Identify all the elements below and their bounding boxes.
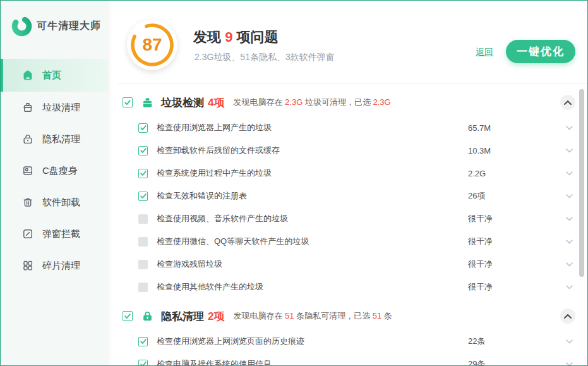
- issue-row[interactable]: 检查卸载软件后残留的文件或缓存 10.3M: [117, 139, 587, 162]
- expand-chevron-down-icon[interactable]: [566, 339, 573, 344]
- issue-row[interactable]: 检查无效和错误的注册表 26项: [117, 185, 587, 207]
- section-header[interactable]: 垃圾检测 4项 发现电脑存在 2.3G 垃圾可清理，已选 2.3G: [117, 88, 587, 116]
- score-ring: [127, 20, 177, 70]
- issue-value: 很干净: [468, 259, 493, 270]
- back-link[interactable]: 返回: [476, 47, 493, 58]
- expand-chevron-down-icon[interactable]: [566, 171, 573, 176]
- sidebar-item-1[interactable]: 垃圾清理: [1, 92, 108, 123]
- sidebar-item-5[interactable]: 弹窗拦截: [1, 218, 108, 250]
- issue-row[interactable]: 检查使用浏览器上网产生的垃圾 65.7M: [117, 116, 587, 139]
- issue-value: 很干净: [468, 213, 493, 224]
- expand-chevron-down-icon[interactable]: [566, 240, 573, 244]
- section-count-badge: 4项: [208, 95, 224, 110]
- issue-row[interactable]: 检查使用浏览器上网浏览页面的历史痕迹 22条: [117, 330, 587, 353]
- section-rows: 检查使用浏览器上网浏览页面的历史痕迹 22条 检查电脑及操作系统的使用信息 29…: [117, 330, 587, 365]
- sidebar-item-label: 首页: [42, 70, 61, 82]
- issue-section: 垃圾检测 4项 发现电脑存在 2.3G 垃圾可清理，已选 2.3G 检查使用浏览…: [117, 88, 587, 298]
- logo-swoosh-icon: [11, 16, 32, 37]
- sidebar-item-0[interactable]: 首页: [1, 59, 108, 92]
- issue-label: 检查游戏残留垃圾: [157, 259, 222, 270]
- expand-chevron-down-icon[interactable]: [566, 194, 573, 198]
- sidebar-item-label: 软件卸载: [42, 197, 80, 209]
- issues-list: 垃圾检测 4项 发现电脑存在 2.3G 垃圾可清理，已选 2.3G 检查使用浏览…: [117, 83, 587, 365]
- one-click-optimize-button[interactable]: 一键优化: [506, 40, 575, 63]
- section-title: 隐私清理: [161, 309, 204, 324]
- expand-chevron-down-icon[interactable]: [566, 126, 573, 130]
- issue-label: 检查系统使用过程中产生的垃圾: [157, 168, 272, 179]
- section-title: 垃圾检测: [161, 95, 204, 110]
- app-title: 可牛清理大师: [37, 20, 101, 33]
- section-header[interactable]: 隐私清理 2项 发现电脑存在 51 条隐私可清理，已选 51 条: [117, 302, 587, 330]
- fragments-icon: [21, 259, 34, 272]
- issue-value: 2.2G: [468, 169, 486, 178]
- issue-section: 隐私清理 2项 发现电脑存在 51 条隐私可清理，已选 51 条 检查使用浏览器…: [117, 302, 587, 365]
- row-checkbox[interactable]: [138, 214, 148, 224]
- section-checkbox[interactable]: [123, 97, 133, 107]
- row-checkbox[interactable]: [138, 360, 148, 366]
- issue-row[interactable]: 检查系统使用过程中产生的垃圾 2.2G: [117, 162, 587, 185]
- issue-label: 检查电脑及操作系统的使用信息: [157, 358, 272, 365]
- expand-chevron-down-icon[interactable]: [566, 362, 573, 366]
- collapse-chevron-up-icon[interactable]: [560, 308, 575, 324]
- row-checkbox[interactable]: [138, 337, 148, 346]
- issue-row[interactable]: 检查游戏残留垃圾 很干净: [117, 253, 587, 276]
- app-window: 可牛清理大师 首页 垃圾清理 隐私清理 C盘瘦身 软件卸载 弹窗拦截 碎片清理: [0, 0, 588, 366]
- row-checkbox[interactable]: [138, 237, 148, 247]
- sidebar-item-label: C盘瘦身: [42, 165, 78, 177]
- expand-chevron-down-icon[interactable]: [566, 285, 573, 290]
- sidebar-item-6[interactable]: 碎片清理: [1, 250, 108, 281]
- issue-value: 很干净: [468, 236, 493, 247]
- sidebar-item-label: 碎片清理: [42, 260, 80, 272]
- page-title: 发现 9 项问题: [193, 28, 279, 47]
- section-description: 发现电脑存在 51 条隐私可清理，已选 51 条: [233, 310, 392, 322]
- scrollbar-thumb[interactable]: [579, 89, 584, 277]
- sidebar-item-label: 垃圾清理: [42, 102, 80, 114]
- issue-value: 很干净: [468, 281, 493, 293]
- sidebar-item-label: 隐私清理: [42, 133, 80, 145]
- row-checkbox[interactable]: [138, 192, 148, 201]
- issue-label: 检查使用微信、QQ等聊天软件产生的垃圾: [157, 236, 309, 247]
- sidebar-item-4[interactable]: 软件卸载: [1, 186, 108, 218]
- row-checkbox[interactable]: [138, 123, 148, 133]
- issue-count: 9: [225, 29, 232, 45]
- section-description: 发现电脑存在 2.3G 垃圾可清理，已选 2.3G: [233, 97, 390, 108]
- home-icon: [21, 69, 34, 82]
- sidebar: 可牛清理大师 首页 垃圾清理 隐私清理 C盘瘦身 软件卸载 弹窗拦截 碎片清理: [1, 1, 108, 365]
- issue-value: 29条: [468, 358, 485, 365]
- issue-value: 65.7M: [468, 123, 491, 133]
- issue-label: 检查使用浏览器上网浏览页面的历史痕迹: [157, 336, 304, 347]
- lock-filled-icon: [141, 310, 154, 323]
- collapse-chevron-up-icon[interactable]: [560, 95, 575, 110]
- issue-row[interactable]: 检查使用视频、音乐软件产生的垃圾 很干净: [117, 207, 587, 230]
- expand-chevron-down-icon[interactable]: [566, 149, 573, 153]
- issue-label: 检查使用浏览器上网产生的垃圾: [157, 122, 272, 133]
- trash-icon: [21, 196, 34, 209]
- issue-value: 26项: [468, 190, 485, 202]
- issues-summary: 2.3G垃圾、51条隐私、3款软件弹窗: [195, 52, 335, 63]
- results-header: 87 发现 9 项问题 2.3G垃圾、51条隐私、3款软件弹窗 返回 一键优化: [108, 1, 587, 83]
- broom-icon: [21, 101, 34, 114]
- health-score-badge: 87: [127, 20, 177, 70]
- section-checkbox[interactable]: [123, 311, 133, 321]
- broom-filled-icon: [141, 96, 154, 109]
- popup-block-icon: [21, 228, 34, 240]
- disk-icon: [21, 164, 34, 177]
- row-checkbox[interactable]: [138, 169, 148, 178]
- issue-row[interactable]: 检查使用微信、QQ等聊天软件产生的垃圾 很干净: [117, 230, 587, 253]
- app-logo: 可牛清理大师: [11, 16, 101, 37]
- issue-row[interactable]: 检查使用其他软件产生的垃圾 很干净: [117, 276, 587, 298]
- row-checkbox[interactable]: [138, 260, 148, 269]
- expand-chevron-down-icon[interactable]: [566, 262, 573, 267]
- sidebar-item-3[interactable]: C盘瘦身: [1, 155, 108, 186]
- sidebar-item-label: 弹窗拦截: [42, 228, 80, 240]
- sidebar-menu: 首页 垃圾清理 隐私清理 C盘瘦身 软件卸载 弹窗拦截 碎片清理: [1, 59, 108, 281]
- row-checkbox[interactable]: [138, 146, 148, 156]
- issue-label: 检查无效和错误的注册表: [157, 190, 247, 202]
- sidebar-item-2[interactable]: 隐私清理: [1, 123, 108, 155]
- section-count-badge: 2项: [208, 309, 224, 324]
- issue-value: 10.3M: [468, 146, 491, 156]
- row-checkbox[interactable]: [138, 283, 148, 292]
- issue-label: 检查使用其他软件产生的垃圾: [157, 281, 263, 293]
- expand-chevron-down-icon[interactable]: [566, 217, 573, 221]
- issue-row[interactable]: 检查电脑及操作系统的使用信息 29条: [117, 353, 587, 365]
